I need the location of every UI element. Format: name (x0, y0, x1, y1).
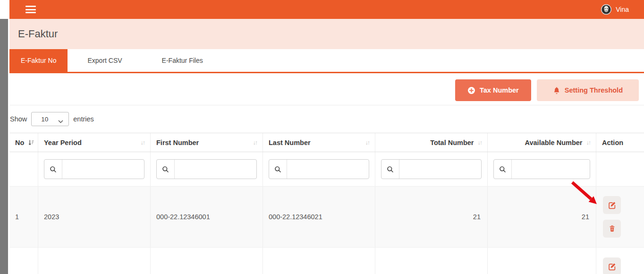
search-icon (381, 160, 399, 179)
page-size-select[interactable]: 10 (31, 112, 69, 126)
tab-e-faktur-files[interactable]: E-Faktur Files (142, 49, 223, 72)
sort-icon: ↓↑ (586, 139, 591, 146)
filter-total-number-input[interactable] (399, 160, 481, 179)
cell-available-number: 0 (487, 248, 596, 274)
trash-icon (609, 225, 616, 232)
cell-no: 1 (9, 187, 38, 247)
column-label: Year Period (44, 139, 82, 146)
show-label: Show (10, 115, 27, 123)
tax-number-button[interactable]: Tax Number (455, 79, 531, 101)
column-label: Available Number (525, 139, 583, 146)
column-label: Last Number (269, 139, 311, 146)
column-header-no[interactable]: No (9, 133, 38, 152)
filter-total-number-input-area[interactable] (287, 160, 369, 179)
search-icon (157, 160, 175, 179)
setting-threshold-button[interactable]: Setting Threshold (537, 79, 639, 101)
tax-number-label: Tax Number (480, 86, 519, 94)
column-header-first-number[interactable]: First Number ↓↑ (150, 133, 263, 152)
cell-last-number: 000-22.12340003 (263, 248, 375, 274)
cell-available-number: 21 (487, 187, 596, 247)
search-icon (494, 160, 512, 179)
column-header-action: Action (596, 133, 644, 152)
column-label: First Number (156, 139, 199, 146)
avatar (601, 4, 612, 15)
cell-total-number: 21 (375, 187, 487, 247)
topbar: Vina (9, 0, 644, 19)
filter-cell-total-number (375, 152, 487, 186)
search-icon (269, 160, 287, 179)
filter-available-number-input[interactable] (512, 160, 590, 179)
tab-bar: E-Faktur No Export CSV E-Faktur Files (9, 49, 644, 72)
edit-icon (608, 263, 616, 271)
column-label: No (15, 139, 24, 146)
plus-circle-icon (467, 86, 475, 94)
edit-icon (608, 201, 616, 209)
cell-last-number: 000-22.12346021 (263, 187, 375, 247)
sort-icon: ↓↑ (141, 139, 145, 146)
tab-label: Export CSV (87, 57, 122, 64)
delete-button[interactable] (603, 220, 621, 238)
cell-first-number: 000-22.12340000 (150, 248, 263, 274)
toolbar: Tax Number Setting Threshold (9, 73, 644, 105)
column-header-available-number[interactable]: Available Number ↓↑ (487, 133, 596, 152)
filter-cell-action (596, 152, 644, 186)
bell-icon (553, 86, 560, 94)
table-row: 1 2023 000-22.12346001 000-22.12346021 2… (9, 186, 644, 248)
filter-cell-no (9, 152, 38, 186)
sort-icon: ↓↑ (253, 139, 257, 146)
page-header: E-Faktur (9, 19, 644, 49)
user-name: Vina (616, 6, 629, 13)
window-edge-strip (0, 19, 8, 274)
column-header-total-number[interactable]: Total Number ↓↑ (375, 133, 487, 152)
entries-label: entries (73, 115, 94, 123)
filter-cell-available-number (487, 152, 596, 186)
sort-icon: ↓↑ (365, 139, 370, 146)
cell-year-period: 2023 (38, 187, 150, 247)
cell-action (596, 248, 644, 274)
tab-label: E-Faktur No (21, 57, 56, 64)
filter-cell-year-period (38, 152, 150, 186)
table-row: 2 2022 000-22.12340000 000-22.12340003 4… (9, 248, 644, 274)
sort-icon: ↓↑ (478, 139, 482, 146)
cell-first-number: 000-22.12346001 (150, 187, 263, 247)
column-label: Action (602, 139, 623, 146)
sort-amount-asc-icon (28, 139, 34, 146)
cell-action (596, 187, 644, 247)
search-icon (44, 160, 62, 179)
edit-button[interactable] (603, 196, 621, 214)
table-header-row: No Year Period ↓↑ First Number ↓↑ (9, 133, 644, 152)
cell-no: 2 (9, 248, 38, 274)
page-title: E-Faktur (18, 28, 58, 40)
edit-button[interactable] (603, 257, 621, 274)
cell-year-period: 2022 (38, 248, 150, 274)
user-menu[interactable]: Vina (601, 4, 629, 15)
filter-year-period-input[interactable] (62, 160, 144, 179)
tax-number-table: No Year Period ↓↑ First Number ↓↑ (9, 133, 644, 274)
column-label: Total Number (430, 139, 474, 146)
column-header-last-number[interactable]: Last Number ↓↑ (263, 133, 375, 152)
menu-icon[interactable] (25, 6, 36, 13)
cell-total-number: 4 (375, 248, 487, 274)
table-length-control: Show 10 entries (9, 105, 644, 133)
column-header-year-period[interactable]: Year Period ↓↑ (38, 133, 150, 152)
filter-cell-first-number (150, 152, 263, 186)
filter-first-number-input[interactable] (175, 160, 256, 179)
tab-export-csv[interactable]: Export CSV (68, 49, 142, 72)
tab-e-faktur-no[interactable]: E-Faktur No (9, 49, 68, 72)
filter-cell-last-number (263, 152, 375, 186)
table-filter-row (9, 152, 644, 186)
app-window: Vina E-Faktur E-Faktur No Export CSV E-F… (0, 0, 644, 274)
tab-label: E-Faktur Files (162, 57, 203, 64)
setting-threshold-label: Setting Threshold (565, 86, 623, 94)
